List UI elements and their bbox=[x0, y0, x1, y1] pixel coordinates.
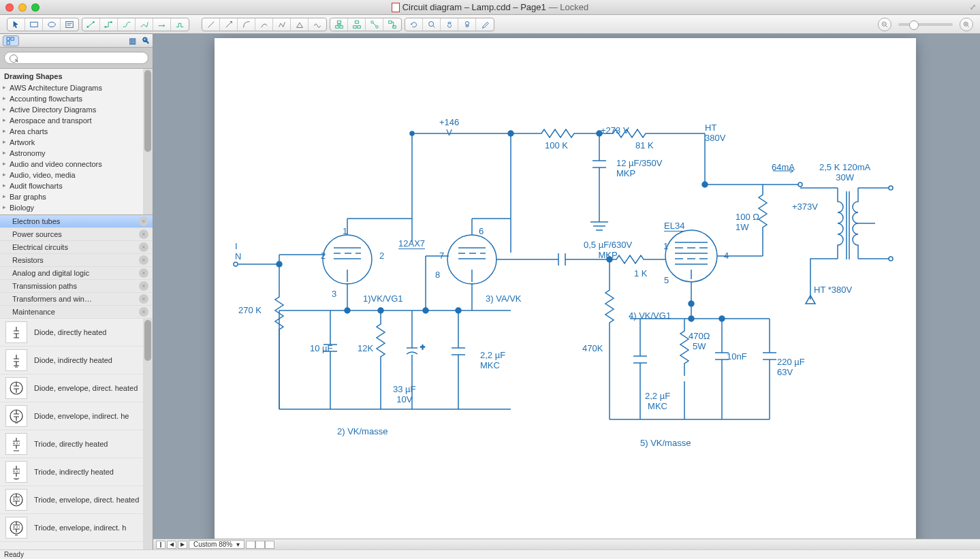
category-item[interactable]: Audit flowcharts bbox=[0, 180, 153, 191]
open-library-item[interactable]: Transformers and win…× bbox=[0, 293, 153, 306]
text-block-tool[interactable] bbox=[61, 18, 78, 31]
highlight-tool[interactable] bbox=[458, 18, 476, 31]
open-library-item[interactable]: Analog and digital logic× bbox=[0, 267, 153, 280]
refresh-tool[interactable] bbox=[405, 18, 423, 31]
label-12uf: 12 µF/350VMKP bbox=[616, 158, 662, 178]
svg-rect-25 bbox=[7, 41, 10, 44]
library-tab[interactable] bbox=[3, 35, 19, 46]
shape-item[interactable]: Diode, envelope, direct. heated bbox=[0, 374, 153, 402]
tree-tool-2[interactable] bbox=[348, 18, 366, 31]
prev-page-button[interactable]: ◀ bbox=[167, 541, 176, 549]
category-item[interactable]: Active Directory Diagrams bbox=[0, 104, 153, 115]
label-10nf: 10nF bbox=[727, 351, 747, 362]
page-thumb-3[interactable] bbox=[265, 541, 274, 549]
close-library-icon[interactable]: × bbox=[139, 229, 148, 239]
expand-icon[interactable]: ⤢ bbox=[970, 3, 976, 12]
shape-item[interactable]: Diode, directly heated bbox=[0, 319, 153, 347]
category-item[interactable]: Area charts bbox=[0, 126, 153, 137]
close-window-button[interactable] bbox=[5, 3, 14, 12]
shape-thumb-icon bbox=[5, 461, 27, 483]
shape-item[interactable]: Diode, envelope, indirect. he bbox=[0, 402, 153, 430]
shapes-list[interactable]: Diode, directly heatedDiode, indirectly … bbox=[0, 319, 153, 549]
pointer-tool[interactable] bbox=[7, 18, 25, 31]
connector-1[interactable] bbox=[82, 18, 100, 31]
zoom-window-button[interactable] bbox=[31, 3, 39, 12]
open-library-item[interactable]: Electron tubes× bbox=[0, 215, 153, 228]
page[interactable]: + bbox=[215, 38, 916, 549]
connector-4[interactable] bbox=[136, 18, 153, 31]
shape-item[interactable]: Triode, directly heated bbox=[0, 430, 153, 458]
category-item[interactable]: Biology bbox=[0, 202, 153, 213]
canvas-area[interactable]: + bbox=[153, 34, 980, 549]
line-tool-5[interactable] bbox=[273, 18, 291, 31]
zoom-level-select[interactable]: Custom 88%▾ bbox=[189, 540, 244, 549]
shape-item[interactable]: Triode, envelope, direct. heated bbox=[0, 486, 153, 514]
label-12k: 12K bbox=[358, 343, 373, 353]
grid-view-icon[interactable]: ▦ bbox=[129, 36, 136, 46]
shapes-scrollbar[interactable] bbox=[143, 319, 153, 549]
shape-item[interactable]: Triode, envelope, indirect. h bbox=[0, 514, 153, 542]
category-item[interactable]: Astronomy bbox=[0, 148, 153, 159]
zoom-out-button[interactable] bbox=[878, 18, 891, 31]
zoom-tool[interactable] bbox=[423, 18, 441, 31]
connector-5[interactable] bbox=[153, 18, 171, 31]
open-library-item[interactable]: Transmission paths× bbox=[0, 280, 153, 293]
line-tool-6[interactable] bbox=[291, 18, 309, 31]
line-tool-1[interactable] bbox=[202, 18, 220, 31]
tree-tool-3[interactable] bbox=[366, 18, 383, 31]
line-tool-7[interactable] bbox=[309, 18, 326, 31]
open-library-label: Electrical circuits bbox=[12, 243, 68, 251]
line-tool-4[interactable] bbox=[255, 18, 273, 31]
category-item[interactable]: Bar graphs bbox=[0, 191, 153, 202]
connector-2[interactable] bbox=[100, 18, 118, 31]
open-library-label: Electron tubes bbox=[12, 217, 60, 225]
category-item[interactable]: Aerospace and transport bbox=[0, 115, 153, 126]
category-item[interactable]: Audio and video connectors bbox=[0, 159, 153, 170]
shape-thumb-icon bbox=[5, 433, 27, 455]
close-library-icon[interactable]: × bbox=[139, 307, 148, 317]
category-item[interactable]: Audio, video, media bbox=[0, 170, 153, 180]
close-library-icon[interactable]: × bbox=[139, 281, 148, 291]
search-input[interactable] bbox=[4, 52, 148, 64]
connector-6[interactable] bbox=[171, 18, 189, 31]
line-tool-3[interactable] bbox=[238, 18, 255, 31]
page-thumb-1[interactable] bbox=[246, 541, 255, 549]
zoom-in-button[interactable] bbox=[960, 18, 973, 31]
open-library-item[interactable]: Electrical circuits× bbox=[0, 241, 153, 254]
close-library-icon[interactable]: × bbox=[139, 268, 148, 278]
svg-point-44 bbox=[234, 262, 238, 266]
category-item[interactable]: Artwork bbox=[0, 137, 153, 148]
rect-tool[interactable] bbox=[25, 18, 43, 31]
eyedrop-tool[interactable] bbox=[476, 18, 494, 31]
tree-tool-1[interactable] bbox=[330, 18, 348, 31]
pan-tool[interactable] bbox=[441, 18, 458, 31]
close-library-icon[interactable]: × bbox=[139, 294, 148, 304]
shape-label: Diode, envelope, indirect. he bbox=[34, 412, 129, 420]
shape-item[interactable]: Triode, indirectly heated bbox=[0, 458, 153, 486]
scroll-lock-button[interactable]: ‖ bbox=[156, 541, 165, 549]
category-list[interactable]: Drawing Shapes AWS Architecture Diagrams… bbox=[0, 69, 153, 215]
connector-3[interactable] bbox=[118, 18, 136, 31]
category-item[interactable]: AWS Architecture Diagrams bbox=[0, 82, 153, 93]
close-library-icon[interactable]: × bbox=[139, 242, 148, 252]
minimize-window-button[interactable] bbox=[18, 3, 27, 12]
search-tab-icon[interactable]: 🔍︎ bbox=[142, 36, 150, 46]
category-item[interactable]: Accounting flowcharts bbox=[0, 93, 153, 104]
toolbar-group-tree bbox=[330, 18, 402, 31]
shape-item[interactable]: Diode, indirectly heated bbox=[0, 347, 153, 374]
open-library-item[interactable]: Power sources× bbox=[0, 228, 153, 241]
close-library-icon[interactable]: × bbox=[139, 217, 148, 226]
open-libraries: Electron tubes×Power sources×Electrical … bbox=[0, 215, 153, 319]
label-plus273: +273 V bbox=[601, 125, 629, 135]
close-library-icon[interactable]: × bbox=[139, 255, 148, 265]
line-tool-2[interactable] bbox=[220, 18, 238, 31]
label-100ohm: 100 Ω1W bbox=[736, 212, 759, 232]
category-scrollbar[interactable] bbox=[143, 69, 153, 214]
ellipse-tool[interactable] bbox=[43, 18, 61, 31]
open-library-item[interactable]: Resistors× bbox=[0, 254, 153, 267]
open-library-item[interactable]: Maintenance× bbox=[0, 306, 153, 319]
next-page-button[interactable]: ▶ bbox=[178, 541, 187, 549]
zoom-slider[interactable] bbox=[898, 23, 953, 26]
tree-tool-4[interactable] bbox=[383, 18, 401, 31]
page-thumb-2[interactable] bbox=[255, 541, 265, 549]
